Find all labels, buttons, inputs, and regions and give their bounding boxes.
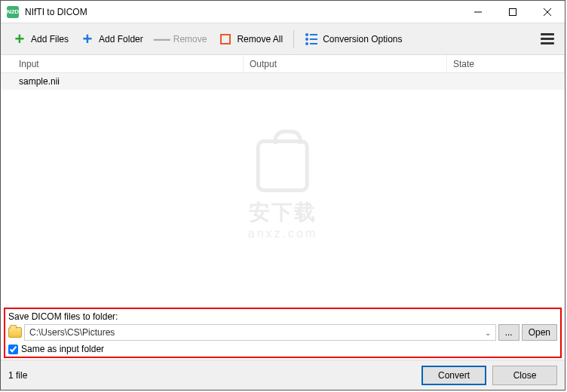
save-row: C:\Users\CS\Pictures ⌄ ... Open (8, 324, 557, 341)
save-label: Save DICOM files to folder: (8, 311, 557, 322)
output-path-value: C:\Users\CS\Pictures (29, 327, 115, 338)
plus-icon: + (13, 32, 26, 46)
chevron-down-icon: ⌄ (485, 329, 491, 337)
remove-all-button[interactable]: Remove All (213, 29, 289, 49)
remove-label: Remove (173, 34, 207, 44)
bag-icon (256, 139, 309, 192)
column-header-output[interactable]: Output (244, 55, 447, 72)
plus-icon: + (81, 32, 94, 46)
table-row[interactable]: sample.nii (1, 73, 565, 90)
toolbar: + Add Files + Add Folder — Remove Remove… (1, 23, 565, 55)
remove-all-label: Remove All (237, 34, 283, 44)
window-title: NIfTI to DICOM (25, 7, 461, 17)
convert-button[interactable]: Convert (421, 366, 486, 385)
add-folder-label: Add Folder (99, 34, 143, 44)
titlebar: N2D NIfTI to DICOM (1, 1, 565, 23)
options-icon (305, 32, 318, 46)
app-icon: N2D (7, 6, 19, 18)
minimize-button[interactable] (461, 1, 495, 23)
menu-button[interactable] (536, 29, 559, 49)
app-window: N2D NIfTI to DICOM + Add Files + Add Fol… (0, 0, 565, 390)
table-header: Input Output State (1, 55, 565, 73)
close-button[interactable]: Close (492, 366, 557, 385)
add-files-button[interactable]: + Add Files (7, 29, 75, 49)
column-header-input[interactable]: Input (1, 55, 244, 72)
column-header-state[interactable]: State (447, 55, 565, 72)
browse-button[interactable]: ... (498, 324, 519, 341)
folder-icon (8, 327, 22, 338)
watermark-url: anxz.com (248, 227, 317, 240)
output-path-combo[interactable]: C:\Users\CS\Pictures ⌄ (24, 324, 496, 341)
toolbar-separator (293, 30, 294, 48)
window-controls (461, 1, 565, 23)
footer: 1 file Convert Close (1, 360, 565, 390)
watermark: 安下载 anxz.com (248, 139, 317, 240)
hamburger-icon (541, 33, 554, 35)
same-folder-checkbox[interactable] (8, 345, 18, 354)
remove-button: — Remove (149, 29, 213, 49)
minus-icon: — (155, 32, 169, 46)
conversion-options-button[interactable]: Conversion Options (299, 29, 408, 49)
add-folder-button[interactable]: + Add Folder (75, 29, 149, 49)
add-files-label: Add Files (31, 34, 69, 44)
table-body: sample.nii 安下载 anxz.com (1, 73, 565, 306)
same-folder-label: Same as input folder (21, 344, 104, 354)
same-folder-row[interactable]: Same as input folder (8, 344, 557, 354)
open-folder-button[interactable]: Open (522, 324, 557, 341)
watermark-name: 安下载 (249, 198, 317, 227)
remove-all-icon (219, 32, 232, 46)
save-section: Save DICOM files to folder: C:\Users\CS\… (4, 308, 562, 358)
svg-rect-1 (510, 8, 516, 15)
options-label: Conversion Options (323, 34, 402, 44)
file-count: 1 file (8, 370, 27, 381)
close-window-button[interactable] (530, 1, 565, 23)
cell-input: sample.nii (19, 76, 60, 87)
maximize-button[interactable] (495, 1, 530, 23)
